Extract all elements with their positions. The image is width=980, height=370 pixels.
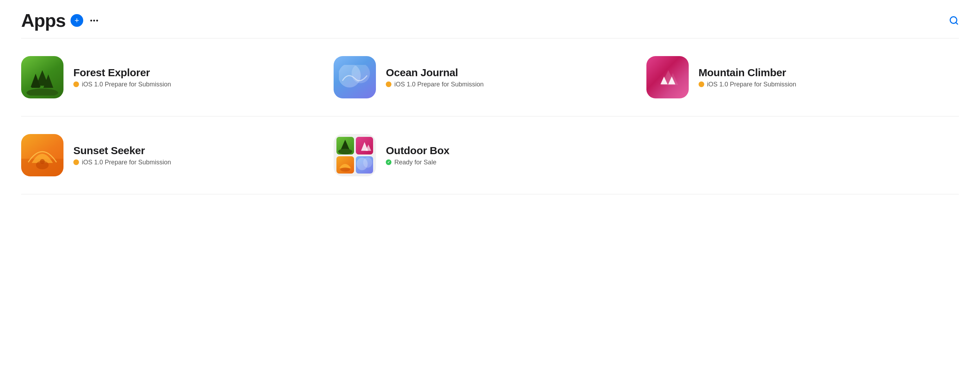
app-name-sunset-seeker: Sunset Seeker — [73, 145, 171, 156]
app-status-mountain-climber: iOS 1.0 Prepare for Submission — [698, 81, 796, 88]
status-dot-mountain-climber — [698, 81, 704, 87]
svg-line-1 — [956, 22, 958, 24]
outdoor-box-mini-mountain — [356, 137, 374, 155]
app-info-forest-explorer: Forest Explorer iOS 1.0 Prepare for Subm… — [73, 67, 171, 88]
add-button[interactable]: + — [70, 14, 83, 27]
page-title: Apps — [21, 10, 65, 31]
app-icon-outdoor-box — [334, 134, 376, 176]
svg-point-17 — [40, 159, 45, 164]
app-status-outdoor-box: Ready for Sale — [386, 159, 449, 166]
app-info-sunset-seeker: Sunset Seeker iOS 1.0 Prepare for Submis… — [73, 145, 171, 166]
header: Apps + ••• — [21, 0, 959, 38]
apps-row-1: Forest Explorer iOS 1.0 Prepare for Subm… — [21, 38, 959, 116]
app-item-mountain-climber[interactable]: Mountain Climber iOS 1.0 Prepare for Sub… — [646, 56, 959, 99]
search-button[interactable] — [949, 16, 959, 26]
status-label-sunset-seeker: iOS 1.0 Prepare for Submission — [82, 159, 171, 166]
outdoor-box-mini-ocean — [356, 156, 374, 174]
ellipsis-icon: ••• — [90, 17, 99, 24]
svg-marker-18 — [340, 140, 350, 150]
status-label-mountain-climber: iOS 1.0 Prepare for Submission — [707, 81, 796, 88]
app-name-ocean-journal: Ocean Journal — [386, 67, 484, 79]
status-label-outdoor-box: Ready for Sale — [394, 159, 436, 166]
page-container: Apps + ••• — [0, 0, 980, 195]
app-icon-mountain-climber — [646, 56, 689, 99]
mountain-icon-graphic — [654, 67, 682, 88]
app-name-forest-explorer: Forest Explorer — [73, 67, 171, 79]
app-icon-ocean-journal — [334, 56, 376, 99]
app-icon-sunset-seeker — [21, 134, 64, 176]
more-options-button[interactable]: ••• — [88, 14, 101, 27]
status-label-forest-explorer: iOS 1.0 Prepare for Submission — [82, 81, 171, 88]
search-icon — [949, 16, 959, 26]
svg-point-3 — [27, 89, 58, 96]
status-label-ocean-journal: iOS 1.0 Prepare for Submission — [394, 81, 484, 88]
plus-icon: + — [75, 17, 80, 24]
status-dot-ocean-journal — [386, 81, 391, 87]
ocean-icon-graphic — [339, 65, 371, 89]
forest-icon-graphic — [27, 67, 58, 96]
app-item-outdoor-box[interactable]: Outdoor Box Ready for Sale — [334, 134, 646, 176]
header-left: Apps + ••• — [21, 10, 101, 31]
app-name-mountain-climber: Mountain Climber — [698, 67, 796, 79]
app-status-forest-explorer: iOS 1.0 Prepare for Submission — [73, 81, 171, 88]
status-dot-outdoor-box — [386, 159, 391, 165]
app-status-sunset-seeker: iOS 1.0 Prepare for Submission — [73, 159, 171, 166]
sunset-icon-graphic — [21, 134, 64, 176]
svg-point-19 — [338, 149, 352, 155]
app-info-ocean-journal: Ocean Journal iOS 1.0 Prepare for Submis… — [386, 67, 484, 88]
app-item-sunset-seeker[interactable]: Sunset Seeker iOS 1.0 Prepare for Submis… — [21, 134, 334, 176]
apps-row-2: Sunset Seeker iOS 1.0 Prepare for Submis… — [21, 116, 959, 195]
app-icon-forest-explorer — [21, 56, 64, 99]
status-dot-sunset-seeker — [73, 159, 79, 165]
app-info-mountain-climber: Mountain Climber iOS 1.0 Prepare for Sub… — [698, 67, 796, 88]
app-item-ocean-journal[interactable]: Ocean Journal iOS 1.0 Prepare for Submis… — [334, 56, 646, 99]
apps-section: Forest Explorer iOS 1.0 Prepare for Subm… — [21, 38, 959, 195]
svg-point-24 — [363, 157, 372, 167]
svg-point-22 — [340, 167, 350, 171]
outdoor-box-mini-forest — [336, 137, 354, 155]
app-status-ocean-journal: iOS 1.0 Prepare for Submission — [386, 81, 484, 88]
app-name-outdoor-box: Outdoor Box — [386, 145, 449, 156]
app-info-outdoor-box: Outdoor Box Ready for Sale — [386, 145, 449, 166]
app-item-forest-explorer[interactable]: Forest Explorer iOS 1.0 Prepare for Subm… — [21, 56, 334, 99]
outdoor-box-mini-sunset — [336, 156, 354, 174]
status-dot-forest-explorer — [73, 81, 79, 87]
